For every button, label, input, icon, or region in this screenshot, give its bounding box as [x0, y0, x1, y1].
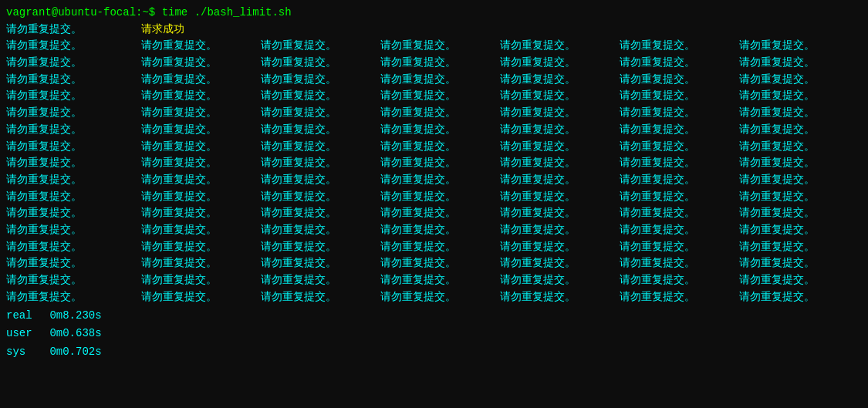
- repeat-row: 请勿重复提交。请勿重复提交。请勿重复提交。请勿重复提交。请勿重复提交。请勿重复提…: [6, 122, 862, 139]
- repeat-cell: 请勿重复提交。: [141, 55, 261, 72]
- repeat-cell: 请勿重复提交。: [380, 172, 500, 189]
- repeat-cell: 请勿重复提交。: [739, 289, 859, 306]
- repeat-cell: 请勿重复提交。: [620, 122, 739, 139]
- repeat-cell: 请勿重复提交。: [6, 222, 141, 239]
- repeat-cell: 请勿重复提交。: [261, 55, 380, 72]
- repeat-cell: 请勿重复提交。: [620, 155, 739, 172]
- repeat-cell: 请勿重复提交。: [141, 88, 261, 105]
- repeat-cell: 请勿重复提交。: [6, 72, 141, 89]
- repeat-cell: 请勿重复提交。: [6, 189, 141, 206]
- repeat-row: 请勿重复提交。请勿重复提交。请勿重复提交。请勿重复提交。请勿重复提交。请勿重复提…: [6, 72, 862, 89]
- repeat-cell: 请勿重复提交。: [380, 222, 500, 239]
- repeat-cell: 请勿重复提交。: [620, 55, 739, 72]
- repeat-cell: 请勿重复提交。: [620, 105, 739, 122]
- repeat-cell: 请勿重复提交。: [6, 172, 141, 189]
- repeat-cell: 请勿重复提交。: [620, 289, 739, 306]
- repeat-cell: 请勿重复提交。: [6, 139, 141, 156]
- repeat-cell: 请勿重复提交。: [620, 255, 739, 272]
- repeat-cell: 请勿重复提交。: [500, 105, 620, 122]
- sys-timing-line: sys 0m0.702s: [6, 343, 862, 361]
- repeat-cell: 请勿重复提交。: [6, 155, 141, 172]
- repeat-cell: 请勿重复提交。: [380, 105, 500, 122]
- repeat-cell: 请勿重复提交。: [6, 88, 141, 105]
- repeat-cell: 请勿重复提交。: [500, 272, 620, 289]
- repeat-cell: 请勿重复提交。: [141, 205, 261, 222]
- repeat-cell: 请勿重复提交。: [620, 38, 739, 55]
- prompt-line: vagrant@ubuntu-focal:~$ time ./bash_limi…: [6, 5, 862, 22]
- repeat-cell: 请勿重复提交。: [6, 105, 141, 122]
- repeat-cell: 请勿重复提交。: [261, 172, 380, 189]
- repeat-cell: 请勿重复提交。: [261, 88, 380, 105]
- repeat-cell: 请勿重复提交。: [380, 72, 500, 89]
- repeat-cell: 请勿重复提交。: [739, 38, 859, 55]
- repeat-row: 请勿重复提交。请勿重复提交。请勿重复提交。请勿重复提交。请勿重复提交。请勿重复提…: [6, 105, 862, 122]
- repeat-cell: 请勿重复提交。: [620, 205, 739, 222]
- repeat-cell: 请勿重复提交。: [620, 239, 739, 256]
- repeat-cell: 请勿重复提交。: [620, 172, 739, 189]
- repeat-cell: 请勿重复提交。: [380, 122, 500, 139]
- repeat-cell: 请勿重复提交。: [500, 255, 620, 272]
- repeat-row: 请勿重复提交。请勿重复提交。请勿重复提交。请勿重复提交。请勿重复提交。请勿重复提…: [6, 88, 862, 105]
- repeat-cell: 请勿重复提交。: [380, 239, 500, 256]
- repeat-cell: 请勿重复提交。: [500, 55, 620, 72]
- repeat-cell: 请勿重复提交。: [141, 272, 261, 289]
- repeat-cell: 请勿重复提交。: [141, 72, 261, 89]
- repeat-cell: 请勿重复提交。: [261, 272, 380, 289]
- repeat-cell: 请勿重复提交。: [739, 172, 859, 189]
- repeat-row: 请勿重复提交。请勿重复提交。请勿重复提交。请勿重复提交。请勿重复提交。请勿重复提…: [6, 155, 862, 172]
- repeat-cell: 请勿重复提交。: [739, 55, 859, 72]
- user-value: 0m0.638s: [49, 327, 101, 339]
- prompt-text: vagrant@ubuntu-focal:~$ time ./bash_limi…: [6, 6, 292, 19]
- repeat-cell: 请勿重复提交。: [380, 38, 500, 55]
- repeat-cell: 请勿重复提交。: [261, 255, 380, 272]
- repeat-cell: 请勿重复提交。: [141, 105, 261, 122]
- repeat-cell: 请勿重复提交。: [500, 189, 620, 206]
- user-timing-line: user 0m0.638s: [6, 325, 862, 342]
- repeat-cell: 请勿重复提交。: [141, 38, 261, 55]
- repeat-cell: 请勿重复提交。: [500, 88, 620, 105]
- repeat-cell: 请勿重复提交。: [500, 205, 620, 222]
- repeat-row: 请勿重复提交。请勿重复提交。请勿重复提交。请勿重复提交。请勿重复提交。请勿重复提…: [6, 222, 862, 239]
- repeat-row: 请勿重复提交。请勿重复提交。请勿重复提交。请勿重复提交。请勿重复提交。请勿重复提…: [6, 172, 862, 189]
- repeat-cell: 请勿重复提交。: [620, 189, 739, 206]
- repeat-row: 请勿重复提交。请勿重复提交。请勿重复提交。请勿重复提交。请勿重复提交。请勿重复提…: [6, 205, 862, 222]
- user-label: user: [6, 325, 43, 342]
- timing-section: real 0m8.230s user 0m0.638s sys 0m0.702s: [6, 307, 862, 360]
- repeat-cell: 请勿重复提交。: [500, 139, 620, 156]
- repeat-row: 请勿重复提交。请勿重复提交。请勿重复提交。请勿重复提交。请勿重复提交。请勿重复提…: [6, 139, 862, 156]
- repeat-cell: 请勿重复提交。: [261, 239, 380, 256]
- repeat-cell: 请勿重复提交。: [739, 205, 859, 222]
- repeat-cell: 请勿重复提交。: [739, 88, 859, 105]
- repeat-row: 请勿重复提交。请勿重复提交。请勿重复提交。请勿重复提交。请勿重复提交。请勿重复提…: [6, 272, 862, 289]
- repeat-cell: 请勿重复提交。: [6, 255, 141, 272]
- repeat-cell: 请勿重复提交。: [261, 105, 380, 122]
- repeat-cell: 请勿重复提交。: [500, 72, 620, 89]
- real-value: 0m8.230s: [49, 309, 101, 322]
- repeat-cell: 请勿重复提交。: [380, 88, 500, 105]
- repeat-cell: 请勿重复提交。: [739, 105, 859, 122]
- repeat-cell: 请勿重复提交。: [380, 289, 500, 306]
- terminal-window: vagrant@ubuntu-focal:~$ time ./bash_limi…: [0, 0, 868, 408]
- repeat-cell: 请勿重复提交。: [500, 289, 620, 306]
- repeat-cell: 请勿重复提交。: [141, 289, 261, 306]
- repeat-cell: 请勿重复提交。: [261, 205, 380, 222]
- repeat-cell: 请勿重复提交。: [380, 155, 500, 172]
- repeat-cell: 请勿重复提交。: [6, 38, 141, 55]
- repeat-cell: 请勿重复提交。: [500, 38, 620, 55]
- repeat-cell: 请勿重复提交。: [739, 272, 859, 289]
- repeat-cell: 请勿重复提交。: [620, 222, 739, 239]
- repeat-cell: 请勿重复提交。: [500, 155, 620, 172]
- repeat-cell: 请勿重复提交。: [380, 139, 500, 156]
- repeat-row: 请勿重复提交。请勿重复提交。请勿重复提交。请勿重复提交。请勿重复提交。请勿重复提…: [6, 189, 862, 206]
- repeat-cell: 请勿重复提交。: [141, 255, 261, 272]
- repeat-cell: 请勿重复提交。: [380, 189, 500, 206]
- repeat-cell: 请勿重复提交。: [739, 72, 859, 89]
- repeat-cell: 请勿重复提交。: [6, 55, 141, 72]
- repeat-cell: 请勿重复提交。: [6, 272, 141, 289]
- repeat-cell: 请勿重复提交。: [739, 155, 859, 172]
- repeat-cell: 请勿重复提交。: [141, 172, 261, 189]
- repeat-cell: 请勿重复提交。: [141, 222, 261, 239]
- real-timing-line: real 0m8.230s: [6, 307, 862, 325]
- repeat-cell: 请勿重复提交。: [6, 239, 141, 256]
- repeat-row: 请勿重复提交。请勿重复提交。请勿重复提交。请勿重复提交。请勿重复提交。请勿重复提…: [6, 289, 862, 306]
